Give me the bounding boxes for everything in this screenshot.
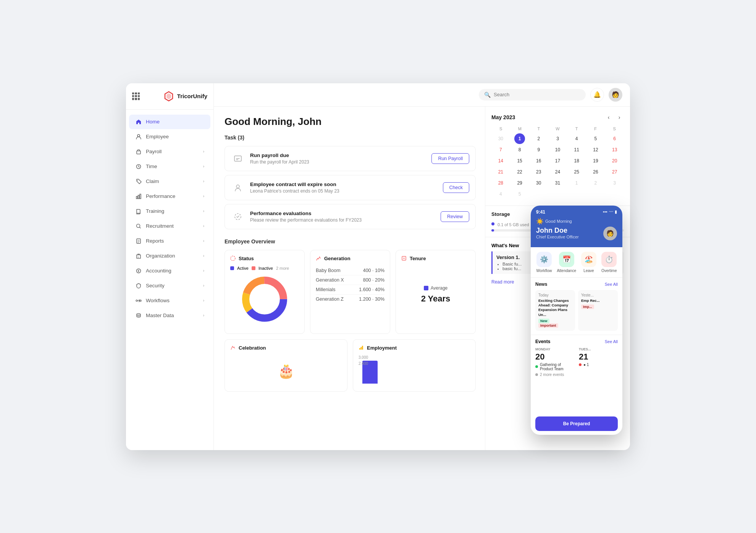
cal-day-4[interactable]: 4 <box>571 133 582 144</box>
cal-day-23[interactable]: 23 <box>533 167 544 177</box>
cal-day-30-prev[interactable]: 30 <box>495 133 506 144</box>
gen-label-millenials: Millenials <box>316 287 335 292</box>
gen-row-gen-x: Generation X 800 · 20% <box>316 275 384 285</box>
mobile-menu-leave[interactable]: 🏖️ Leave <box>581 252 596 273</box>
sidebar-item-reports[interactable]: Reports › <box>129 234 210 248</box>
sidebar-item-employee[interactable]: Employee <box>129 130 210 144</box>
gen-row-baby-boom: Baby Boom 400 · 10% <box>316 266 384 275</box>
user-avatar[interactable]: 🧑 <box>609 88 622 102</box>
cal-day-18[interactable]: 18 <box>571 156 582 166</box>
search-box[interactable]: 🔍 <box>479 89 586 100</box>
tag-new: New <box>538 319 549 323</box>
sidebar-item-workflows[interactable]: Workflows › <box>129 293 210 308</box>
cal-day-19[interactable]: 19 <box>590 156 601 166</box>
attendance-menu-label: Attendance <box>557 269 576 273</box>
run-payroll-button[interactable]: Run Payroll <box>431 153 469 164</box>
mobile-menu-overtime[interactable]: ⏱️ Overtime <box>601 252 617 273</box>
tag-icon <box>135 178 142 185</box>
cal-day-1-today[interactable]: 1 <box>514 133 525 144</box>
cal-day-27[interactable]: 27 <box>609 167 620 177</box>
cal-day-31[interactable]: 31 <box>552 178 563 188</box>
mobile-menu-attendance[interactable]: 📅 Attendance <box>557 252 576 273</box>
sidebar-item-payroll[interactable]: Payroll › <box>129 144 210 159</box>
cal-day-21[interactable]: 21 <box>495 167 506 177</box>
cal-day-26[interactable]: 26 <box>590 167 601 177</box>
calendar-next-button[interactable]: › <box>615 113 624 122</box>
cal-day-4-next[interactable]: 4 <box>495 189 506 199</box>
task-title-payroll: Run payroll due <box>250 152 426 158</box>
cal-day-2-next[interactable]: 2 <box>590 178 601 188</box>
tenure-card-title: Tenure <box>410 256 426 261</box>
cal-day-3[interactable]: 3 <box>552 133 563 144</box>
mobile-see-all-news[interactable]: See All <box>605 282 618 287</box>
cal-day-24[interactable]: 24 <box>552 167 563 177</box>
cal-day-15[interactable]: 15 <box>514 156 525 166</box>
celebration-card-title: Celebration <box>239 345 266 351</box>
battery-icon: ▮ <box>615 209 617 214</box>
building-icon <box>135 253 142 259</box>
svg-rect-6 <box>140 194 141 199</box>
review-button[interactable]: Review <box>441 211 469 222</box>
cal-day-11[interactable]: 11 <box>571 144 582 155</box>
cal-day-17[interactable]: 17 <box>552 156 563 166</box>
cal-day-22[interactable]: 22 <box>514 167 525 177</box>
cal-day-16[interactable]: 16 <box>533 156 544 166</box>
gen-value-gen-z: 1.200 · 30% <box>359 296 384 302</box>
search-input[interactable] <box>494 92 580 97</box>
cal-day-6[interactable]: 6 <box>609 133 620 144</box>
cal-day-14[interactable]: 14 <box>495 156 506 166</box>
event-text-2-1: ● 1 <box>583 363 589 367</box>
cal-day-2[interactable]: 2 <box>533 133 544 144</box>
workflow-menu-label: Workflow <box>536 269 552 273</box>
sidebar-item-label-payroll: Payroll <box>146 149 203 154</box>
sidebar-item-home[interactable]: Home <box>129 115 210 129</box>
cal-day-13[interactable]: 13 <box>609 144 620 155</box>
payroll-arrow: › <box>203 149 204 154</box>
overtime-menu-icon: ⏱️ <box>601 252 617 267</box>
cal-day-28[interactable]: 28 <box>495 178 506 188</box>
cal-day-1-next[interactable]: 1 <box>571 178 582 188</box>
sidebar-item-training[interactable]: Training › <box>129 204 210 219</box>
sidebar-item-security[interactable]: Security › <box>129 279 210 293</box>
calendar-prev-button[interactable]: ‹ <box>604 113 613 122</box>
tenure-card: Tenure Average 2 Years <box>396 250 476 334</box>
cal-day-8[interactable]: 8 <box>514 144 525 155</box>
attendance-menu-icon: 📅 <box>559 252 574 267</box>
cal-day-25[interactable]: 25 <box>571 167 582 177</box>
clock-icon <box>135 163 142 170</box>
storage-fill <box>491 229 494 232</box>
sidebar-item-organization[interactable]: Organization › <box>129 249 210 263</box>
cal-day-29[interactable]: 29 <box>514 178 525 188</box>
be-prepared-button[interactable]: Be Prepared <box>535 416 618 431</box>
cal-day-30[interactable]: 30 <box>533 178 544 188</box>
cal-day-10[interactable]: 10 <box>552 144 563 155</box>
check-button[interactable]: Check <box>443 182 469 193</box>
sidebar-item-time[interactable]: Time › <box>129 159 210 174</box>
notification-button[interactable]: 🔔 <box>590 88 604 102</box>
cal-day-12[interactable]: 12 <box>590 144 601 155</box>
event-day-num-1: 20 <box>535 352 574 362</box>
cal-day-3-next[interactable]: 3 <box>609 178 620 188</box>
cal-day-20[interactable]: 20 <box>609 156 620 166</box>
cal-day-5-next[interactable]: 5 <box>514 189 525 199</box>
sidebar-item-label-employee: Employee <box>146 134 204 139</box>
mobile-menu-workflow[interactable]: ⚙️ Workflow <box>536 252 552 273</box>
read-more-link[interactable]: Read more <box>491 279 514 285</box>
sidebar-item-master-data[interactable]: Master Data › <box>129 308 210 323</box>
cal-day-7[interactable]: 7 <box>495 144 506 155</box>
legend-inactive-dot <box>252 266 255 270</box>
employment-y-label-2400: 2.400 <box>359 361 368 366</box>
task-info-performance-eval: Performance evaluations Please review th… <box>250 211 435 223</box>
cal-day-5[interactable]: 5 <box>590 133 601 144</box>
chart-bar-icon <box>135 193 142 200</box>
calendar-days: 30 1 2 3 4 5 6 7 8 9 10 11 12 1 <box>491 133 624 199</box>
sidebar-item-accounting[interactable]: Accounting › <box>129 264 210 278</box>
sidebar-item-performance[interactable]: Performance › <box>129 189 210 204</box>
sidebar-item-claim[interactable]: Claim › <box>129 174 210 189</box>
mobile-menu-row: ⚙️ Workflow 📅 Attendance 🏖️ Leave ⏱️ Ove… <box>531 247 622 278</box>
mobile-see-all-events[interactable]: See All <box>605 339 618 344</box>
cal-day-9[interactable]: 9 <box>533 144 544 155</box>
sidebar-item-recruitment[interactable]: Recruitment › <box>129 219 210 233</box>
mobile-news-card-2: Yeste... Emp Rec... Imp... <box>578 290 618 331</box>
svg-point-0 <box>137 134 140 137</box>
